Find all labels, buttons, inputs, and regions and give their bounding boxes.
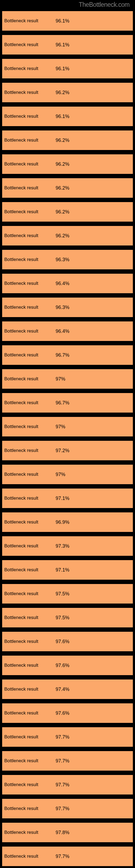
bottleneck-bar: Bottleneck result97.7% [2, 846, 133, 866]
bar-label: Bottleneck result [4, 376, 56, 382]
bar-value: 96.2% [56, 185, 70, 191]
bottleneck-bar: Bottleneck result97.6% [2, 656, 133, 675]
bar-label: Bottleneck result [4, 567, 56, 572]
bar-row: Bottleneck result96.2% [2, 154, 133, 174]
bar-value: 97% [56, 424, 65, 430]
page-title: TheBottleneck.com [2, 0, 133, 11]
bar-row: Bottleneck result97% [2, 369, 133, 389]
bar-value: 96.1% [56, 114, 70, 119]
bar-row: Bottleneck result96.2% [2, 226, 133, 246]
bar-value: 96.3% [56, 305, 70, 310]
bar-value: 96.4% [56, 329, 70, 334]
bar-value: 97% [56, 376, 65, 382]
bottleneck-bar: Bottleneck result96.2% [2, 202, 133, 222]
bottleneck-bar: Bottleneck result96.1% [2, 59, 133, 79]
bar-value: 96.3% [56, 257, 70, 262]
bar-value: 96.1% [56, 66, 70, 72]
bar-row: Bottleneck result97.7% [2, 727, 133, 747]
bar-value: 97.5% [56, 591, 70, 597]
bar-row: Bottleneck result97.3% [2, 536, 133, 556]
bottleneck-bar: Bottleneck result96.1% [2, 35, 133, 55]
bottleneck-bar: Bottleneck result97.7% [2, 799, 133, 818]
chart-container: TheBottleneck.com Bottleneck result96.1%… [0, 0, 135, 866]
bar-label: Bottleneck result [4, 854, 56, 859]
bottleneck-bar: Bottleneck result97.6% [2, 632, 133, 651]
bar-value: 97.6% [56, 710, 70, 716]
bar-value: 97.7% [56, 806, 70, 812]
bar-value: 97.7% [56, 854, 70, 859]
bar-row: Bottleneck result96.9% [2, 513, 133, 532]
bottleneck-bar: Bottleneck result97.7% [2, 727, 133, 747]
bar-row: Bottleneck result97.1% [2, 560, 133, 580]
bar-value: 96.2% [56, 209, 70, 215]
bar-row: Bottleneck result96.1% [2, 11, 133, 31]
bar-label: Bottleneck result [4, 305, 56, 310]
bottleneck-bar: Bottleneck result97% [2, 465, 133, 484]
bottleneck-bar: Bottleneck result97.7% [2, 775, 133, 795]
bar-label: Bottleneck result [4, 615, 56, 620]
bar-row: Bottleneck result96.2% [2, 130, 133, 150]
bar-label: Bottleneck result [4, 400, 56, 405]
bar-row: Bottleneck result97% [2, 465, 133, 484]
bar-label: Bottleneck result [4, 448, 56, 453]
bar-value: 97% [56, 472, 65, 477]
bar-row: Bottleneck result97.5% [2, 584, 133, 603]
bar-value: 96.2% [56, 137, 70, 143]
bottleneck-bar: Bottleneck result97% [2, 369, 133, 389]
bottleneck-bar: Bottleneck result97.2% [2, 441, 133, 460]
bar-row: Bottleneck result96.2% [2, 178, 133, 198]
bottleneck-bar: Bottleneck result96.2% [2, 130, 133, 150]
bottleneck-bar: Bottleneck result97.6% [2, 703, 133, 723]
bottleneck-bar: Bottleneck result96.1% [2, 11, 133, 31]
bar-value: 96.7% [56, 352, 70, 358]
bar-value: 97.4% [56, 686, 70, 692]
bar-value: 97.7% [56, 734, 70, 740]
bar-label: Bottleneck result [4, 686, 56, 692]
bar-row: Bottleneck result97.1% [2, 489, 133, 508]
bar-label: Bottleneck result [4, 66, 56, 71]
bar-row: Bottleneck result97% [2, 417, 133, 436]
bar-label: Bottleneck result [4, 352, 56, 358]
bar-value: 97.7% [56, 758, 70, 764]
bar-value: 96.1% [56, 18, 70, 24]
bottleneck-bar: Bottleneck result97.5% [2, 584, 133, 603]
bar-value: 96.2% [56, 161, 70, 167]
bar-label: Bottleneck result [4, 209, 56, 215]
bottleneck-bar: Bottleneck result96.7% [2, 393, 133, 412]
bar-row: Bottleneck result96.7% [2, 393, 133, 412]
bottleneck-bar: Bottleneck result97.3% [2, 536, 133, 556]
bar-label: Bottleneck result [4, 710, 56, 716]
bar-row: Bottleneck result97.8% [2, 823, 133, 842]
bottleneck-bar: Bottleneck result97% [2, 417, 133, 436]
bar-value: 96.7% [56, 400, 70, 406]
bar-label: Bottleneck result [4, 472, 56, 477]
bar-value: 97.1% [56, 496, 70, 501]
bar-label: Bottleneck result [4, 18, 56, 24]
bar-value: 96.4% [56, 281, 70, 286]
bar-label: Bottleneck result [4, 639, 56, 644]
bar-row: Bottleneck result96.2% [2, 202, 133, 222]
bar-label: Bottleneck result [4, 782, 56, 787]
bar-label: Bottleneck result [4, 520, 56, 525]
bottleneck-bar: Bottleneck result96.9% [2, 513, 133, 532]
bar-value: 97.3% [56, 543, 70, 549]
bars-area: Bottleneck result96.1%Bottleneck result9… [2, 11, 133, 866]
bar-row: Bottleneck result96.1% [2, 106, 133, 126]
bottleneck-bar: Bottleneck result96.3% [2, 298, 133, 317]
bar-value: 97.1% [56, 567, 70, 573]
bottleneck-bar: Bottleneck result97.4% [2, 680, 133, 699]
bottleneck-bar: Bottleneck result96.1% [2, 106, 133, 126]
bar-row: Bottleneck result97.6% [2, 656, 133, 675]
bottleneck-bar: Bottleneck result97.1% [2, 489, 133, 508]
bar-row: Bottleneck result96.3% [2, 250, 133, 269]
bar-value: 97.8% [56, 830, 70, 835]
bar-value: 97.6% [56, 663, 70, 669]
bottleneck-bar: Bottleneck result97.8% [2, 823, 133, 842]
bar-row: Bottleneck result97.4% [2, 680, 133, 699]
bar-value: 97.7% [56, 782, 70, 788]
bar-label: Bottleneck result [4, 496, 56, 501]
bar-value: 96.9% [56, 520, 70, 525]
bar-label: Bottleneck result [4, 114, 56, 119]
bar-label: Bottleneck result [4, 543, 56, 549]
bar-row: Bottleneck result96.2% [2, 83, 133, 102]
